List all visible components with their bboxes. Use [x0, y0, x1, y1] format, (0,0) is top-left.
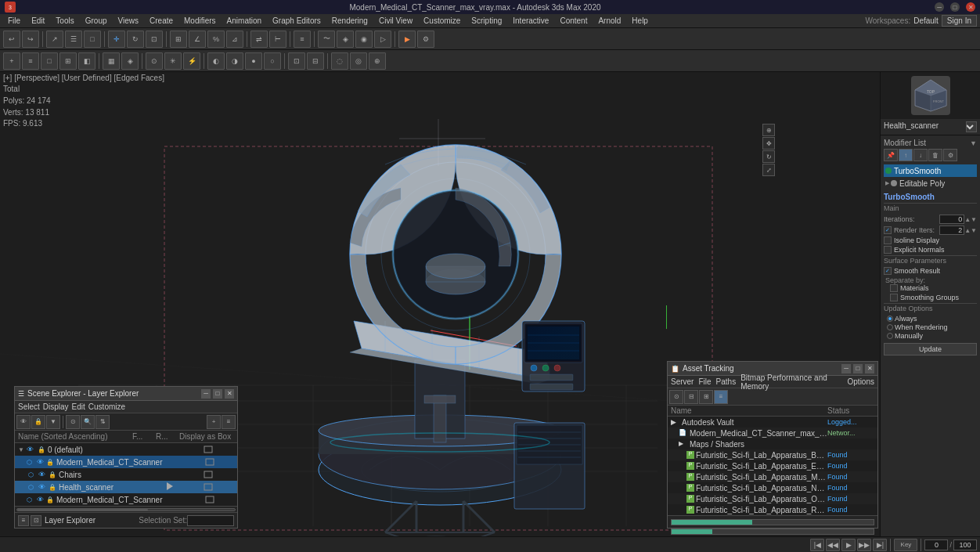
- se-add-btn[interactable]: +: [207, 415, 221, 429]
- manually-option[interactable]: Manually: [887, 332, 977, 340]
- vp-orbit-btn[interactable]: ↻: [762, 150, 775, 163]
- menu-edit[interactable]: Edit: [27, 14, 49, 28]
- se-tb-btn3[interactable]: ▼: [46, 415, 60, 429]
- mod-move-up-btn[interactable]: ↑: [899, 149, 913, 161]
- spinner-snap-button[interactable]: ⊿: [226, 31, 243, 48]
- asset-tb-btn1[interactable]: ⊙: [669, 390, 683, 404]
- footer-btn1[interactable]: ≡: [18, 515, 29, 526]
- asset-row-opacity[interactable]: P Futuristic_Sci-fi_Lab_Apparatus_Opacit…: [668, 493, 877, 504]
- asset-menu-server[interactable]: Server: [671, 377, 694, 386]
- tree-item-ct-scanner2[interactable]: ⬡ 👁 🔒 Modern_Medical_CT_Scanner: [15, 493, 237, 506]
- snap-button[interactable]: ⊞: [170, 31, 187, 48]
- se-filter-btn[interactable]: ⊙: [66, 415, 80, 429]
- layer-manager-button[interactable]: ≡: [294, 31, 311, 48]
- menu-modifiers[interactable]: Modifiers: [179, 14, 221, 28]
- sub-tb-btn14[interactable]: ○: [264, 52, 281, 70]
- tree-item-layer0[interactable]: ▼ 👁 🔒 0 (default): [15, 443, 237, 456]
- iterations-spinner[interactable]: ▲▼: [964, 216, 977, 223]
- scale-button[interactable]: ⊡: [146, 31, 163, 48]
- menu-customize[interactable]: Customize: [419, 14, 465, 28]
- always-radio[interactable]: [887, 316, 893, 322]
- close-button[interactable]: ✕: [966, 2, 975, 12]
- sub-tb-btn11[interactable]: ◐: [207, 52, 225, 70]
- asset-row-emissive[interactable]: P Futuristic_Sci-fi_Lab_Apparatus_Emissi…: [668, 460, 877, 471]
- asset-row-normal[interactable]: P Futuristic_Sci-fi_Lab_Apparatus_Normal…: [668, 482, 877, 493]
- anim-next-key-btn[interactable]: ▶▶: [857, 539, 871, 551]
- render-button[interactable]: ▷: [374, 31, 391, 48]
- asset-row-maps[interactable]: ▶ Maps / Shaders: [668, 438, 877, 449]
- se-sort-btn[interactable]: ⇅: [95, 415, 110, 429]
- se-menu-select[interactable]: Select: [18, 402, 40, 411]
- asset-panel-close-button[interactable]: ✕: [865, 364, 874, 373]
- anim-play-btn[interactable]: ▶: [841, 539, 856, 551]
- smoothing-groups-check[interactable]: [890, 294, 898, 301]
- sub-tb-btn5[interactable]: ◧: [78, 52, 95, 70]
- rotate-button[interactable]: ↻: [127, 31, 144, 48]
- asset-menu-bitmap[interactable]: Bitmap Performance and Memory: [740, 373, 842, 391]
- vp-pan-btn[interactable]: ✥: [762, 137, 775, 150]
- select-button[interactable]: ↗: [46, 31, 63, 48]
- asset-panel-maximize-button[interactable]: □: [853, 364, 863, 373]
- render-iters-input[interactable]: 2: [939, 225, 964, 235]
- panel-maximize-button[interactable]: □: [213, 389, 222, 399]
- sub-tb-btn7[interactable]: ◈: [121, 52, 139, 70]
- modifier-turbosmooth[interactable]: TurboSmooth: [884, 164, 977, 177]
- when-rendering-option[interactable]: When Rendering: [887, 323, 977, 331]
- menu-group[interactable]: Group: [81, 14, 112, 28]
- render-iters-spinner[interactable]: ▲▼: [964, 227, 977, 234]
- selection-set-input[interactable]: [187, 515, 234, 526]
- menu-rendering[interactable]: Rendering: [327, 14, 373, 28]
- align-button[interactable]: ⊢: [269, 31, 286, 48]
- anim-key-mode-btn[interactable]: Key: [894, 539, 917, 551]
- menu-create[interactable]: Create: [145, 14, 178, 28]
- sub-tb-btn19[interactable]: ⊕: [369, 52, 386, 70]
- smooth-result-check[interactable]: ✓: [884, 267, 892, 275]
- schematic-button[interactable]: ◈: [337, 31, 354, 48]
- asset-row-vault[interactable]: ▶ Autodesk Vault Logged...: [668, 417, 877, 428]
- se-search-btn[interactable]: 🔍: [81, 415, 95, 429]
- asset-row-base-color[interactable]: P Futuristic_Sci-fi_Lab_Apparatus_Base_C…: [668, 449, 877, 460]
- menu-animation[interactable]: Animation: [222, 14, 266, 28]
- tree-arrow-layer0[interactable]: ▼: [18, 446, 24, 453]
- sub-tb-btn10[interactable]: ⚡: [183, 52, 200, 70]
- select-by-name-button[interactable]: ☰: [65, 31, 82, 48]
- anim-next-frame-btn[interactable]: ▶|: [873, 539, 887, 551]
- footer-btn2[interactable]: ⊡: [31, 515, 41, 526]
- frame-input[interactable]: [924, 539, 948, 550]
- vp-maximize-btn[interactable]: ⤢: [762, 164, 775, 176]
- menu-views[interactable]: Views: [113, 14, 144, 28]
- render-iters-check[interactable]: ✓: [884, 226, 892, 234]
- mod-delete-btn[interactable]: 🗑: [928, 149, 942, 161]
- panel-close-button[interactable]: ✕: [225, 389, 234, 399]
- asset-panel-minimize-button[interactable]: ─: [841, 364, 851, 373]
- menu-interactive[interactable]: Interactive: [508, 14, 553, 28]
- asset-row-metallic[interactable]: P Futuristic_Sci-fi_Lab_Apparatus_Metall…: [668, 471, 877, 482]
- menu-civil-view[interactable]: Civil View: [374, 14, 417, 28]
- menu-scripting[interactable]: Scripting: [467, 14, 506, 28]
- se-tb-btn2[interactable]: 🔒: [31, 415, 45, 429]
- isoline-check[interactable]: [884, 236, 892, 244]
- anim-prev-key-btn[interactable]: ◀◀: [826, 539, 840, 551]
- undo-button[interactable]: ↩: [3, 31, 20, 48]
- material-editor-button[interactable]: ◉: [355, 31, 373, 48]
- rect-select-button[interactable]: □: [84, 31, 101, 48]
- se-layer-btn[interactable]: ≡: [222, 415, 236, 429]
- tree-item-ct-scanner[interactable]: ⬡ 👁 🔒 Modern_Medical_CT_Scanner: [15, 456, 237, 468]
- window-controls[interactable]: ─ □ ✕: [935, 2, 975, 12]
- nav-cube[interactable]: TOP FRONT: [911, 76, 950, 115]
- se-tb-btn1[interactable]: 👁: [16, 415, 31, 429]
- when-rendering-radio[interactable]: [887, 324, 893, 330]
- asset-row-roughness[interactable]: P Futuristic_Sci-fi_Lab_Apparatus_Roughn…: [668, 504, 877, 515]
- sub-tb-btn12[interactable]: ◑: [226, 52, 243, 70]
- manually-radio[interactable]: [887, 333, 893, 339]
- mirror-button[interactable]: ⇌: [250, 31, 268, 48]
- se-menu-customize[interactable]: Customize: [88, 402, 125, 411]
- curve-editor-button[interactable]: 〜: [318, 31, 335, 48]
- asset-tb-active-btn[interactable]: ≡: [714, 390, 728, 404]
- vp-zoom-btn[interactable]: ⊕: [762, 124, 775, 136]
- render-setup-button[interactable]: ⚙: [417, 31, 434, 48]
- mod-pin-btn[interactable]: 📌: [884, 149, 898, 161]
- sub-tb-btn8[interactable]: ⊙: [146, 52, 163, 70]
- modifier-dropdown-arrow[interactable]: ▼: [970, 139, 977, 147]
- modifier-list-dropdown[interactable]: [966, 121, 977, 132]
